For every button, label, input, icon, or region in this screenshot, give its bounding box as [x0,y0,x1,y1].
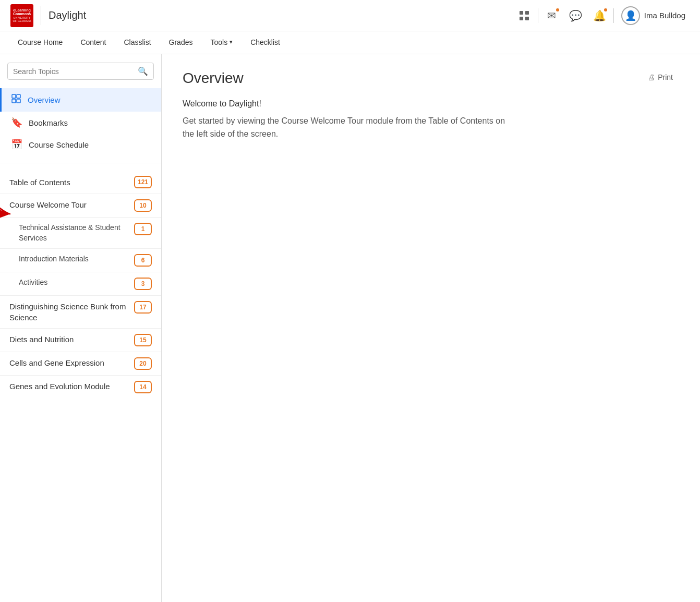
sidebar: 🔍 Overview 🔖 Bookmarks [0,54,162,602]
sidebar-item-bookmarks[interactable]: 🔖 Bookmarks [0,112,161,134]
mail-button[interactable]: ✉ [541,5,562,26]
search-area: 🔍 [0,54,161,85]
svg-rect-2 [520,17,523,20]
sidebar-item-label-schedule: Course Schedule [29,140,89,149]
header-divider-3 [613,8,614,23]
toc-count-badge: 121 [134,176,152,188]
printer-icon: 🖨 [647,73,655,81]
toc-module-science-bunk[interactable]: Distinguishing Science Bunk from Science… [0,295,161,328]
nav-tools[interactable]: Tools ▾ [203,31,240,54]
logo-text-top: eLearningCommons [13,8,31,16]
toc-submodule-count-intro: 6 [134,254,152,267]
toc-module-label-welcome: Course Welcome Tour [9,199,134,210]
svg-rect-6 [12,99,16,103]
notifications-button[interactable]: 🔔 [589,5,610,26]
toc-module-course-welcome[interactable]: Course Welcome Tour 10 [0,194,161,217]
toc-label: Table of Contents [9,178,70,187]
toc-section: Table of Contents 121 Course Welcome Tou… [0,167,161,402]
toc-submodule-label-activities: Activities [19,278,134,288]
toc-module-label-genes: Genes and Evolution Module [9,381,134,392]
avatar: 👤 [621,6,640,25]
sidebar-item-course-schedule[interactable]: 📅 Course Schedule [0,134,161,155]
print-button[interactable]: 🖨 Print [641,70,679,85]
toc-submodule-label-intro: Introduction Materials [19,254,134,264]
svg-rect-1 [525,11,529,15]
sidebar-nav: Overview 🔖 Bookmarks 📅 Course Schedule [0,85,161,159]
svg-rect-5 [17,94,20,98]
user-area[interactable]: 👤 Ima Bulldog [617,4,690,27]
sidebar-item-overview[interactable]: Overview [0,88,161,112]
print-label: Print [658,73,673,81]
nav-content[interactable]: Content [73,31,113,54]
svg-rect-0 [520,11,523,15]
toc-module-count-cells: 20 [134,357,152,370]
welcome-heading: Welcome to Daylight! [183,99,679,109]
chat-button[interactable]: 💬 [565,5,586,26]
nav-bar: Course Home Content Classlist Grades Too… [0,31,700,54]
sidebar-item-label-overview: Overview [28,95,61,104]
nav-checklist[interactable]: Checklist [243,31,287,54]
toc-submodule-activities[interactable]: Activities 3 [0,272,161,295]
logo-text-bottom: UNIVERSITY OF GEORGIA [13,16,31,22]
svg-rect-7 [17,99,20,103]
toc-module-diets[interactable]: Diets and Nutrition 15 [0,328,161,352]
svg-rect-3 [525,17,529,20]
bookmark-icon: 🔖 [11,117,22,128]
user-name: Ima Bulldog [644,11,685,20]
logo-block[interactable]: eLearningCommons UNIVERSITY OF GEORGIA [10,4,33,27]
toc-module-label-cells: Cells and Gene Expression [9,357,134,368]
toc-submodule-count-technical: 1 [134,223,152,235]
main-layout: 🔍 Overview 🔖 Bookmarks [0,54,700,602]
header-left: eLearningCommons UNIVERSITY OF GEORGIA D… [10,4,86,27]
notifications-badge [603,7,608,13]
header-divider-2 [538,8,538,23]
mail-badge [555,7,560,13]
logo-icon: eLearningCommons UNIVERSITY OF GEORGIA [10,4,33,27]
toc-module-count-welcome: 10 [134,199,152,212]
page-title: Overview [183,70,244,87]
nav-classlist[interactable]: Classlist [116,31,158,54]
app-name: Daylight [49,9,86,21]
toc-module-label-diets: Diets and Nutrition [9,334,134,345]
sidebar-divider [0,163,161,163]
chevron-down-icon: ▾ [230,39,233,45]
header-right: ✉ 💬 🔔 👤 Ima Bulldog [514,4,690,27]
search-input[interactable] [13,67,134,76]
search-icon[interactable]: 🔍 [138,66,148,76]
toc-module-label-science-bunk: Distinguishing Science Bunk from Science [9,301,134,323]
toc-submodule-count-activities: 3 [134,278,152,290]
search-box[interactable]: 🔍 [7,63,154,80]
nav-course-home[interactable]: Course Home [10,31,70,54]
toc-submodule-intro[interactable]: Introduction Materials 6 [0,248,161,272]
content-area: Overview 🖨 Print Welcome to Daylight! Ge… [162,54,700,602]
nav-grades[interactable]: Grades [162,31,200,54]
sidebar-item-label-bookmarks: Bookmarks [29,118,68,127]
header-divider [41,6,41,25]
toc-submodule-technical[interactable]: Technical Assistance & Student Services … [0,217,161,248]
overview-icon [11,93,21,106]
svg-rect-4 [12,94,16,98]
toc-header[interactable]: Table of Contents 121 [0,171,161,194]
welcome-body: Get started by viewing the Course Welcom… [183,115,516,141]
apps-button[interactable] [514,5,535,26]
toc-submodule-label-technical: Technical Assistance & Student Services [19,223,134,243]
top-header: eLearningCommons UNIVERSITY OF GEORGIA D… [0,0,700,31]
toc-module-count-genes: 14 [134,381,152,393]
toc-module-count-diets: 15 [134,334,152,346]
toc-module-count-science-bunk: 17 [134,301,152,314]
content-header: Overview 🖨 Print [183,70,679,87]
toc-module-cells[interactable]: Cells and Gene Expression 20 [0,352,161,375]
calendar-icon: 📅 [11,139,22,150]
toc-module-genes[interactable]: Genes and Evolution Module 14 [0,375,161,399]
